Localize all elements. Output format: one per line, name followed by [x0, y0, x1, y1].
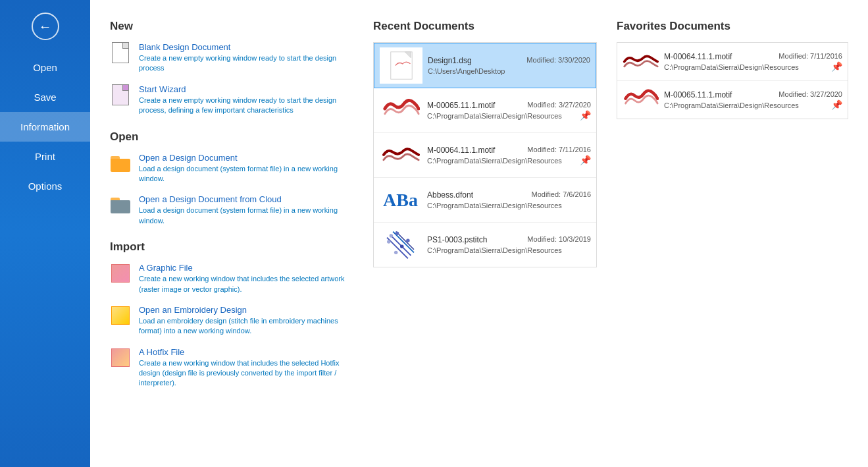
folder-icon — [110, 153, 131, 174]
blank-design-item[interactable]: Blank Design Document Create a new empty… — [110, 42, 353, 74]
doc-modified-0: Modified: 3/30/2020 — [526, 56, 590, 64]
svg-point-6 — [390, 234, 393, 237]
favorites-title: Favorites Documents — [617, 20, 848, 33]
doc-name-4: PS1-0003.pstitch — [427, 235, 487, 244]
fav-name-1: M-00065.11.1.motif — [664, 90, 732, 99]
recent-doc-item-0[interactable]: Design1.dsg Modified: 3/30/2020 C:\Users… — [374, 43, 596, 88]
wizard-icon — [110, 84, 131, 105]
svg-point-9 — [400, 244, 403, 248]
favorites-list: M-00064.11.1.motif Modified: 7/11/2016 C… — [617, 42, 848, 119]
graphic-file-title: A Graphic File — [139, 263, 353, 273]
open-design-desc: Load a design document (system format fi… — [139, 164, 353, 184]
blank-design-desc: Create a new empty working window ready … — [139, 53, 353, 74]
doc-thumb-4 — [379, 227, 422, 263]
embroidery-item[interactable]: Open an Embroidery Design Load an embroi… — [110, 305, 353, 337]
recent-docs-title: Recent Documents — [373, 20, 597, 33]
doc-info-1: M-00065.11.1.motif Modified: 3/27/2020 C… — [427, 101, 591, 121]
svg-point-11 — [394, 250, 397, 254]
graphic-file-desc: Create a new working window that include… — [139, 274, 353, 294]
blank-design-title: Blank Design Document — [139, 42, 353, 52]
fav-pin-icon-1[interactable]: 📌 — [831, 99, 842, 110]
svg-point-8 — [387, 240, 390, 243]
recent-documents-column: Recent Documents Design1.dsg Modified: 3… — [373, 20, 597, 454]
doc-thumb-2 — [379, 137, 422, 173]
back-button[interactable]: ← — [26, 7, 65, 46]
fav-info-1: M-00065.11.1.motif Modified: 3/27/2020 C… — [664, 90, 842, 110]
embroidery-desc: Load an embroidery design (stitch file i… — [139, 316, 353, 337]
sidebar-item-information[interactable]: Information — [0, 112, 90, 142]
recent-doc-list: Design1.dsg Modified: 3/30/2020 C:\Users… — [373, 42, 597, 267]
start-wizard-desc: Create a new empty working window ready … — [139, 96, 353, 116]
open-design-item[interactable]: Open a Design Document Load a design doc… — [110, 153, 353, 184]
recent-doc-item-4[interactable]: PS1-0003.pstitch Modified: 10/3/2019 C:\… — [374, 223, 596, 267]
left-column: New Blank Design Document Create a new e… — [110, 20, 353, 454]
new-section-title: New — [110, 20, 353, 33]
svg-point-10 — [406, 238, 409, 242]
favorites-column: Favorites Documents M-00064.11.1.motif M… — [617, 20, 848, 454]
back-circle-icon: ← — [32, 13, 59, 40]
doc-modified-3: Modified: 7/6/2016 — [531, 190, 591, 198]
sidebar: ← Open Save Information Print Options — [0, 0, 90, 467]
doc-path-4: C:\ProgramData\Sierra\Design\Resources — [427, 246, 591, 254]
pin-icon-1[interactable]: 📌 — [580, 110, 591, 121]
doc-thumb-3: ABa — [379, 182, 422, 218]
doc-modified-4: Modified: 10/3/2019 — [527, 235, 591, 243]
doc-info-4: PS1-0003.pstitch Modified: 10/3/2019 C:\… — [427, 235, 591, 254]
open-cloud-title: Open a Design Document from Cloud — [139, 194, 353, 204]
doc-modified-1: Modified: 3/27/2020 — [527, 101, 591, 109]
main-content: New Blank Design Document Create a new e… — [90, 0, 868, 467]
embroidery-icon — [110, 305, 131, 326]
doc-name-1: M-00065.11.1.motif — [427, 101, 495, 110]
hotfix-desc: Create a new working window that include… — [139, 358, 353, 389]
fav-item-0[interactable]: M-00064.11.1.motif Modified: 7/11/2016 C… — [617, 43, 848, 81]
hotfix-item[interactable]: A Hotfix File Create a new working windo… — [110, 347, 353, 389]
fav-thumb-0 — [623, 47, 659, 76]
sidebar-item-open[interactable]: Open — [0, 53, 90, 82]
doc-info-2: M-00064.11.1.motif Modified: 7/11/2016 C… — [427, 146, 591, 165]
aba-text: ABa — [383, 190, 418, 211]
doc-name-2: M-00064.11.1.motif — [427, 146, 495, 155]
doc-info-3: Abbess.dfont Modified: 7/6/2016 C:\Progr… — [427, 190, 591, 209]
doc-thumb-0 — [380, 47, 422, 84]
hotfix-title: A Hotfix File — [139, 347, 353, 357]
doc-path-1: C:\ProgramData\Sierra\Design\Resources — [427, 112, 562, 120]
fav-path-0: C:\ProgramData\Sierra\Design\Resources — [664, 63, 799, 71]
doc-path-3: C:\ProgramData\Sierra\Design\Resources — [427, 202, 591, 209]
open-section-title: Open — [110, 130, 353, 144]
fav-modified-1: Modified: 3/27/2020 — [779, 90, 842, 98]
sidebar-item-save[interactable]: Save — [0, 82, 90, 112]
open-cloud-item[interactable]: Open a Design Document from Cloud Load a… — [110, 194, 353, 226]
fav-thumb-1 — [623, 85, 659, 115]
open-design-title: Open a Design Document — [139, 153, 353, 163]
fav-info-0: M-00064.11.1.motif Modified: 7/11/2016 C… — [664, 52, 842, 72]
svg-line-2 — [390, 234, 411, 256]
fav-modified-0: Modified: 7/11/2016 — [779, 52, 842, 60]
fav-path-1: C:\ProgramData\Sierra\Design\Resources — [664, 101, 799, 109]
recent-doc-item-1[interactable]: M-00065.11.1.motif Modified: 3/27/2020 C… — [374, 88, 596, 133]
open-cloud-desc: Load a design document (system format fi… — [139, 206, 353, 226]
hotfix-icon — [110, 347, 131, 368]
doc-info-0: Design1.dsg Modified: 3/30/2020 C:\Users… — [428, 56, 590, 75]
doc-path-0: C:\Users\Angel\Desktop — [428, 67, 590, 75]
graphic-file-item[interactable]: A Graphic File Create a new working wind… — [110, 263, 353, 294]
recent-doc-item-2[interactable]: M-00064.11.1.motif Modified: 7/11/2016 C… — [374, 133, 596, 178]
start-wizard-title: Start Wizard — [139, 84, 353, 94]
embroidery-title: Open an Embroidery Design — [139, 305, 353, 315]
doc-name-3: Abbess.dfont — [427, 190, 473, 200]
recent-doc-item-3[interactable]: ABa Abbess.dfont Modified: 7/6/2016 C:\P… — [374, 178, 596, 223]
doc-modified-2: Modified: 7/11/2016 — [527, 146, 591, 153]
sidebar-item-options[interactable]: Options — [0, 171, 90, 201]
start-wizard-item[interactable]: Start Wizard Create a new empty working … — [110, 84, 353, 116]
fav-item-1[interactable]: M-00065.11.1.motif Modified: 3/27/2020 C… — [617, 81, 848, 119]
svg-point-7 — [396, 231, 399, 234]
sidebar-item-print[interactable]: Print — [0, 142, 90, 171]
doc-thumb-1 — [379, 92, 422, 128]
doc-name-0: Design1.dsg — [428, 56, 472, 65]
blank-doc-icon — [110, 42, 131, 63]
graphic-icon — [110, 263, 131, 284]
import-section-title: Import — [110, 240, 353, 254]
fav-name-0: M-00064.11.1.motif — [664, 52, 732, 61]
pin-icon-2[interactable]: 📌 — [580, 155, 591, 165]
fav-pin-icon-0[interactable]: 📌 — [831, 61, 842, 72]
doc-path-2: C:\ProgramData\Sierra\Design\Resources — [427, 157, 562, 165]
